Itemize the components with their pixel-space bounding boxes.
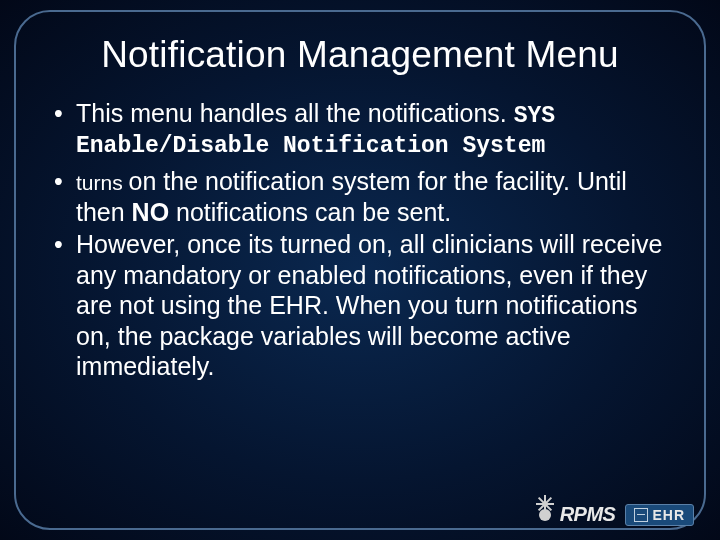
bullet-1-text: This menu handles all the notifications. — [76, 99, 507, 127]
bullet-3: However, once its turned on, all clinici… — [50, 229, 670, 382]
bullet-1-mono-line: Enable/Disable Notification System — [76, 132, 670, 160]
sun-icon — [534, 504, 556, 526]
document-icon — [634, 508, 648, 522]
slide-title: Notification Management Menu — [50, 34, 670, 76]
logo-area: RPMS EHR — [534, 503, 694, 526]
slide-frame: Notification Management Menu This menu h… — [14, 10, 706, 530]
bullet-1-sys: SYS — [514, 103, 555, 129]
ehr-badge: EHR — [625, 504, 694, 526]
rpms-text: RPMS — [560, 503, 616, 526]
ehr-text: EHR — [652, 507, 685, 523]
bullet-3-text: However, once its turned on, all clinici… — [76, 230, 662, 380]
rpms-logo: RPMS — [534, 503, 616, 526]
slide: Notification Management Menu This menu h… — [0, 0, 720, 540]
bullet-2-lead: turns — [76, 171, 129, 194]
bullet-2-bold: NO — [132, 198, 170, 226]
bullet-list: This menu handles all the notifications.… — [50, 98, 670, 382]
bullet-1: This menu handles all the notifications.… — [50, 98, 670, 160]
bullet-2-rest-b: notifications can be sent. — [169, 198, 451, 226]
bullet-2: turns on the notification system for the… — [50, 166, 670, 227]
